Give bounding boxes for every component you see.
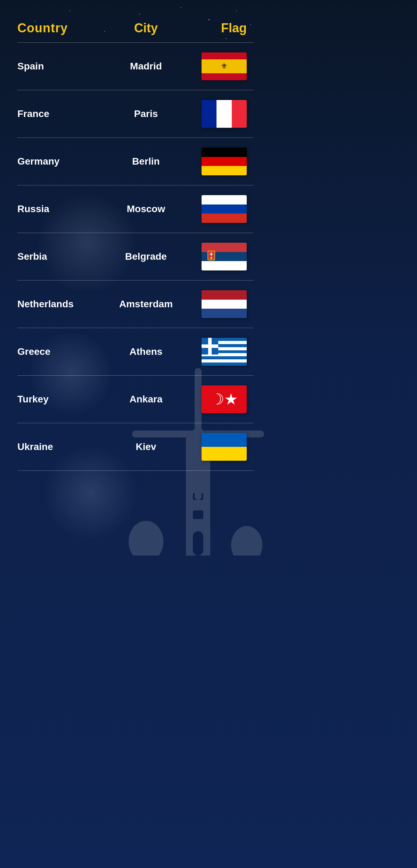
svg-rect-10 bbox=[143, 552, 149, 556]
table-row: Germany Berlin bbox=[14, 138, 250, 185]
header-city: City bbox=[101, 21, 191, 35]
country-name: Germany bbox=[17, 156, 101, 167]
city-name: Berlin bbox=[101, 156, 191, 167]
city-name: Madrid bbox=[101, 61, 191, 72]
flag-cell: ☽★ bbox=[191, 385, 247, 413]
table-row: Serbia Belgrade bbox=[14, 233, 250, 280]
city-name: Paris bbox=[101, 108, 191, 119]
flag-cell bbox=[191, 338, 247, 366]
table-row: Spain Madrid ⚜ bbox=[14, 43, 250, 90]
flag-greece bbox=[202, 338, 247, 366]
flag-spain: ⚜ bbox=[202, 52, 247, 80]
country-name: Greece bbox=[17, 346, 101, 357]
svg-rect-15 bbox=[211, 252, 212, 256]
table-row: Russia Moscow bbox=[14, 185, 250, 233]
flag-cell bbox=[191, 148, 247, 175]
svg-point-9 bbox=[129, 521, 163, 556]
flag-netherlands bbox=[202, 290, 247, 318]
flag-serbia bbox=[202, 243, 247, 270]
main-content: Country City Flag Spain Madrid ⚜ France … bbox=[0, 0, 264, 485]
country-name: Netherlands bbox=[17, 299, 101, 310]
table-row: Turkey Ankara ☽★ bbox=[14, 376, 250, 423]
table-row: Netherlands Amsterdam bbox=[14, 281, 250, 328]
table-row: Ukraine Kiev bbox=[14, 423, 250, 470]
country-name: France bbox=[17, 108, 101, 119]
city-name: Ankara bbox=[101, 394, 191, 405]
table-row: France Paris bbox=[14, 90, 250, 137]
country-name: Ukraine bbox=[17, 441, 101, 452]
row-divider bbox=[17, 470, 254, 471]
header-country: Country bbox=[17, 21, 101, 35]
flag-cell bbox=[191, 243, 247, 270]
flag-russia bbox=[202, 195, 247, 223]
svg-point-16 bbox=[210, 257, 212, 259]
city-name: Moscow bbox=[101, 203, 191, 215]
header-flag: Flag bbox=[191, 21, 247, 35]
flag-germany bbox=[202, 148, 247, 175]
country-name: Turkey bbox=[17, 394, 101, 405]
city-name: Athens bbox=[101, 346, 191, 357]
flag-cell bbox=[191, 433, 247, 461]
svg-point-11 bbox=[231, 526, 262, 556]
flag-cell: ⚜ bbox=[191, 52, 247, 80]
table-row: Greece Athens bbox=[14, 328, 250, 375]
flag-turkey: ☽★ bbox=[202, 385, 247, 413]
country-name: Serbia bbox=[17, 251, 101, 262]
city-name: Belgrade bbox=[101, 251, 191, 262]
country-name: Russia bbox=[17, 203, 101, 215]
flag-ukraine bbox=[202, 433, 247, 461]
city-name: Kiev bbox=[101, 441, 191, 452]
country-name: Spain bbox=[17, 61, 101, 72]
svg-rect-1 bbox=[193, 531, 203, 556]
flag-cell bbox=[191, 100, 247, 128]
table-header: Country City Flag bbox=[14, 21, 250, 42]
city-name: Amsterdam bbox=[101, 299, 191, 310]
flag-cell bbox=[191, 195, 247, 223]
flag-cell bbox=[191, 290, 247, 318]
svg-rect-2 bbox=[193, 510, 203, 519]
flag-france bbox=[202, 100, 247, 128]
